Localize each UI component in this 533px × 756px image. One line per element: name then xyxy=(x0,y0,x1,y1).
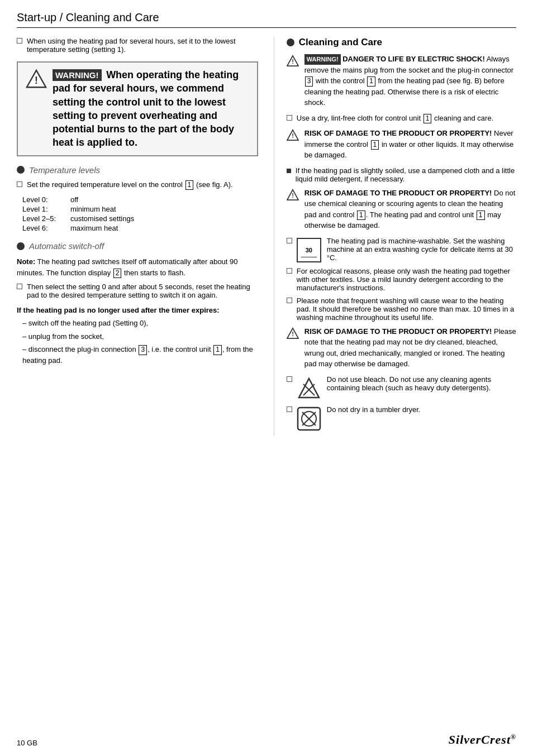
function-display-num: 2 xyxy=(113,269,122,279)
level-table: Level 0: off Level 1: minimum heat Level… xyxy=(22,195,258,232)
connector-num: 3 xyxy=(139,345,147,355)
dash-item-2: – unplug from the socket, xyxy=(22,331,258,342)
wash-symbol-text: The heating pad is machine-washable. Set… xyxy=(327,237,516,262)
large-warning-box: ! WARNING! When operating the heating pa… xyxy=(17,61,258,156)
section-dot xyxy=(17,166,25,174)
control-unit-num-2: 1 xyxy=(213,345,222,355)
section-dot-2 xyxy=(17,242,25,250)
warning-label-sm-1: WARNING! xyxy=(304,54,341,65)
temp-set-bullet: Set the required temperature level on th… xyxy=(17,180,258,190)
large-warning-text: When operating the heating pad for sever… xyxy=(53,69,239,148)
auto-section-title: Automatic switch-off xyxy=(17,241,258,251)
dryer-bullet: Do not dry in a tumbler dryer. xyxy=(287,405,516,431)
connector-num-r: 3 xyxy=(305,76,313,87)
dryer-text: Do not dry in a tumbler dryer. xyxy=(327,405,421,414)
bullet-icon xyxy=(287,268,292,274)
left-column: When using the heating pad for several h… xyxy=(17,37,258,436)
two-column-layout: When using the heating pad for several h… xyxy=(17,37,516,436)
timer-expires-block: If the heating pad is no longer used aft… xyxy=(17,306,258,366)
bleach-text: Do not use bleach. Do not use any cleani… xyxy=(327,375,516,392)
eco-bullet: For ecological reasons, please only wash… xyxy=(287,267,516,292)
bullet-icon xyxy=(17,181,22,187)
bullet-icon xyxy=(287,298,292,303)
warning-chemical: ! RISK OF DAMAGE TO THE PRODUCT OR PROPE… xyxy=(287,188,516,231)
svg-marker-10 xyxy=(299,379,319,398)
warning-triangle-icon: ! xyxy=(26,68,47,89)
control-unit-num: 1 xyxy=(185,180,194,190)
warning-damage-text: RISK OF DAMAGE TO THE PRODUCT OR PROPERT… xyxy=(304,326,516,370)
warning-immerse: ! RISK OF DAMAGE TO THE PRODUCT OR PROPE… xyxy=(287,128,516,161)
warning-damage: ! RISK OF DAMAGE TO THE PRODUCT OR PROPE… xyxy=(287,326,516,370)
page-number: 10 GB xyxy=(17,739,37,747)
bleach-content: Do not use bleach. Do not use any cleani… xyxy=(297,375,516,401)
temp-section-title: Temperature levels xyxy=(17,165,258,175)
bullet-icon xyxy=(287,376,292,382)
temp-set-text: Set the required temperature level on th… xyxy=(27,180,233,190)
level-row-1: Level 1: minimum heat xyxy=(22,205,258,213)
wash-symbol-row: 30 The heating pad is machine-washable. … xyxy=(287,237,516,262)
dryer-content: Do not dry in a tumbler dryer. xyxy=(297,405,421,431)
dash-item-1: – switch off the heating pad (Setting 0)… xyxy=(22,318,258,329)
warning-immerse-text: RISK OF DAMAGE TO THE PRODUCT OR PROPERT… xyxy=(304,128,516,161)
warning-electric-text: WARNING! DANGER TO LIFE BY ELECTRIC SHOC… xyxy=(304,54,516,108)
square-bullet-icon xyxy=(287,169,291,173)
svg-text:!: ! xyxy=(292,133,294,140)
dry-cloth-bullet: Use a dry, lint-free cloth for control u… xyxy=(287,114,516,124)
warning-icon-3: ! xyxy=(287,189,299,201)
wash-content: 30 The heating pad is machine-washable. … xyxy=(297,237,516,262)
bleach-bullet: Do not use bleach. Do not use any cleani… xyxy=(287,375,516,401)
wash-freq-text: Please note that frequent washing will c… xyxy=(297,296,516,322)
auto-note: Note: The heating pad switches itself of… xyxy=(17,256,258,278)
bleach-symbol-icon xyxy=(297,376,321,401)
dry-cloth-text: Use a dry, lint-free cloth for control u… xyxy=(297,114,493,124)
page: Start-up / Cleaning and Care When using … xyxy=(0,0,533,756)
control-num-r: 1 xyxy=(367,76,375,87)
damp-cloth-bullet: If the heating pad is slightly soiled, u… xyxy=(287,166,516,183)
auto-section: Automatic switch-off Note: The heating p… xyxy=(17,241,258,366)
level-row-6: Level 6: maximum heat xyxy=(22,224,258,232)
right-column: Cleaning and Care ! WARNING! DANGER TO L… xyxy=(274,37,516,436)
dash-list: – switch off the heating pad (Setting 0)… xyxy=(22,318,258,366)
damp-cloth-text: If the heating pad is slightly soiled, u… xyxy=(296,166,516,183)
page-footer: 10 GB SilverCrest® xyxy=(17,733,516,747)
auto-reset-bullet: Then select the setting 0 and after abou… xyxy=(17,283,258,299)
control-num-r2: 1 xyxy=(371,140,379,150)
bullet-icon xyxy=(17,284,22,289)
svg-text:!: ! xyxy=(292,331,294,337)
svg-text:!: ! xyxy=(292,59,294,65)
control-num-r3b: 1 xyxy=(477,210,485,221)
wash-freq-bullet: Please note that frequent washing will c… xyxy=(287,296,516,322)
wash-symbol-icon: 30 xyxy=(297,238,321,262)
bullet-icon xyxy=(17,38,22,44)
auto-reset-text: Then select the setting 0 and after abou… xyxy=(27,283,258,299)
level-row-0: Level 0: off xyxy=(22,195,258,204)
bullet-icon xyxy=(287,115,292,121)
dryer-symbol-icon xyxy=(297,406,321,431)
control-unit-num-r: 1 xyxy=(423,114,432,124)
section-dot-3 xyxy=(287,39,294,46)
temp-section: Temperature levels Set the required temp… xyxy=(17,165,258,233)
intro-bullet: When using the heating pad for several h… xyxy=(17,37,258,54)
large-warning-content: WARNING! When operating the heating pad … xyxy=(53,68,249,150)
warning-label: WARNING! xyxy=(53,69,102,81)
warning-chemical-text: RISK OF DAMAGE TO THE PRODUCT OR PROPERT… xyxy=(304,188,516,231)
page-title: Start-up / Cleaning and Care xyxy=(17,11,516,28)
warning-icon-2: ! xyxy=(287,129,299,141)
control-num-r3: 1 xyxy=(357,210,365,221)
svg-text:!: ! xyxy=(292,192,294,199)
timer-heading: If the heating pad is no longer used aft… xyxy=(17,306,258,314)
svg-text:!: ! xyxy=(35,75,38,87)
warning-icon-1: ! xyxy=(287,55,299,67)
level-row-2: Level 2–5: customised settings xyxy=(22,214,258,223)
dash-item-3: – disconnect the plug-in connection 3, i… xyxy=(22,344,258,366)
cleaning-title: Cleaning and Care xyxy=(287,37,516,48)
bullet-icon xyxy=(287,238,292,243)
intro-bullet-text: When using the heating pad for several h… xyxy=(27,37,258,54)
warning-icon-4: ! xyxy=(287,327,299,339)
warning-electric-shock: ! WARNING! DANGER TO LIFE BY ELECTRIC SH… xyxy=(287,54,516,108)
brand-logo: SilverCrest® xyxy=(449,733,516,747)
eco-text: For ecological reasons, please only wash… xyxy=(297,267,516,292)
bullet-icon xyxy=(287,406,292,412)
